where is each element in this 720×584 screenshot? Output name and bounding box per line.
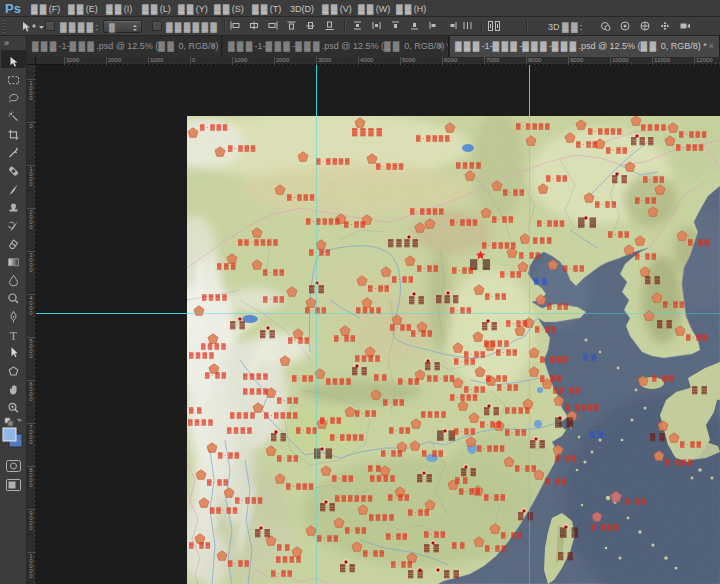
svg-text:▓-▓▓: ▓-▓▓ [576,140,598,148]
svg-text:▓▓▓▓: ▓▓▓▓ [369,513,394,521]
svg-text:▓-▓▓: ▓-▓▓ [296,426,318,434]
svg-text:▓-▓▓: ▓-▓▓ [363,549,385,557]
svg-text:▓-▓▓: ▓-▓▓ [218,451,240,459]
svg-text:»: » [4,38,9,48]
svg-text:▓▓▓▓: ▓▓▓▓ [202,293,227,301]
svg-text:▓-▓▓: ▓-▓▓ [388,493,410,501]
svg-text:▓-▓▓: ▓-▓▓ [500,270,522,278]
svg-text:▓▓▓▓: ▓▓▓▓ [189,351,214,359]
svg-text:▓-▓▓: ▓-▓▓ [625,497,647,505]
svg-text:▓-▓▓: ▓-▓▓ [608,230,630,238]
svg-text:▓-▓▓: ▓-▓▓ [545,477,567,485]
svg-text:▓-▓▓: ▓-▓▓ [652,374,674,382]
svg-text:▓-▓▓: ▓-▓▓ [606,146,628,154]
svg-text:▓-▓▓: ▓-▓▓ [207,478,229,486]
svg-text:▓-▓▓: ▓-▓▓ [680,440,702,448]
svg-text:▓-▓▓: ▓-▓▓ [635,252,657,260]
svg-text:▓-▓▓: ▓-▓▓ [292,374,314,382]
svg-text:▓-▓▓: ▓-▓▓ [386,532,408,540]
svg-text:▓-▓▓: ▓-▓▓ [271,569,293,577]
svg-text:▓-▓▓: ▓-▓▓ [555,454,577,462]
svg-text:▓-▓▓: ▓-▓▓ [368,284,390,292]
svg-text:▓-▓▓: ▓-▓▓ [355,409,377,417]
svg-text:▓-▓▓: ▓-▓▓ [332,474,354,482]
svg-text:▓-▓▓: ▓-▓▓ [515,464,537,472]
svg-text:▓-▓▓▓: ▓-▓▓▓ [228,144,256,152]
svg-text:▓-▓▓: ▓-▓▓ [635,196,657,204]
svg-text:▓-▓▓▓: ▓-▓▓▓ [450,218,478,226]
svg-text:▓▓▓▓: ▓▓▓▓ [641,123,666,131]
svg-text:▓-▓▓: ▓-▓▓ [344,220,366,228]
svg-text:▓▓-▓▓: ▓▓-▓▓ [553,386,581,394]
svg-text:▓▓▓▓: ▓▓▓▓ [505,406,530,414]
svg-text:▓-▓▓: ▓-▓▓ [535,325,557,333]
svg-text:▓-▓▓: ▓-▓▓ [309,248,331,256]
svg-text:▓-▓▓▓: ▓-▓▓▓ [679,130,707,138]
svg-text:▓-▓▓: ▓-▓▓ [422,449,444,457]
svg-text:▓▓▓▓: ▓▓▓▓ [484,339,509,347]
svg-text:▓▓▓▓▓▓: ▓▓▓▓▓▓ [335,494,373,502]
svg-text:▓-▓▓: ▓-▓▓ [383,398,405,406]
svg-text:▓-▓▓: ▓-▓▓ [424,530,446,538]
svg-text:▓-▓▓: ▓-▓▓ [263,268,285,276]
svg-text:▓-▓▓▓: ▓-▓▓▓ [477,444,505,452]
svg-text:▓-▓▓▓: ▓-▓▓▓ [286,482,314,490]
svg-text:▓-▓▓: ▓-▓▓ [288,336,310,344]
svg-text:▓-▓▓: ▓-▓▓ [505,428,527,436]
svg-text:▓▓▓▓: ▓▓▓▓ [227,426,252,434]
svg-text:▓-▓▓: ▓-▓▓ [320,416,342,424]
svg-text:▓-▓▓: ▓-▓▓ [277,396,299,404]
svg-text:▓-▓▓: ▓-▓▓ [503,188,525,196]
svg-text:▓▓-▓▓: ▓▓-▓▓ [210,506,238,514]
svg-text:▓-▓▓▓: ▓-▓▓▓ [376,162,404,170]
svg-text:▓▓▓: ▓▓▓ [217,262,236,270]
svg-text:▓▓▓▓: ▓▓▓▓ [243,387,268,395]
svg-text:▓▓▓: ▓▓▓ [533,236,552,244]
svg-text:▓-▓▓: ▓-▓▓ [501,531,523,539]
svg-text:▓▓▓▓: ▓▓▓▓ [421,410,446,418]
svg-text:▓-▓▓: ▓-▓▓ [485,544,507,552]
svg-text:▓-▓▓: ▓-▓▓ [454,357,476,365]
svg-text:▓-▓▓: ▓-▓▓ [688,238,710,246]
svg-text:▓-▓▓: ▓-▓▓ [381,449,403,457]
svg-text:▓-▓▓: ▓-▓▓ [391,560,413,568]
svg-text:▓-▓▓▓: ▓-▓▓▓ [540,355,568,363]
svg-text:▓-▓▓: ▓-▓▓ [492,215,514,223]
svg-text:▓-▓▓: ▓-▓▓ [484,493,506,501]
svg-text:▓-▓▓: ▓-▓▓ [417,264,439,272]
svg-text:▓-▓▓: ▓-▓▓ [334,334,356,342]
svg-text:▓-▓▓: ▓-▓▓ [563,264,585,272]
svg-text:▓-▓▓: ▓-▓▓ [485,292,507,300]
svg-text:▓-▓▓▓: ▓-▓▓▓ [235,496,263,504]
svg-text:▓-▓▓: ▓-▓▓ [392,275,414,283]
svg-text:▓-▓▓: ▓-▓▓ [464,385,486,393]
svg-text:▓-▓▓: ▓-▓▓ [411,329,433,337]
svg-text:▓▓▓▓: ▓▓▓▓ [326,377,351,385]
svg-text:▓-▓▓: ▓-▓▓ [480,420,502,428]
svg-text:▓-▓▓: ▓-▓▓ [496,348,518,356]
svg-text:▓▓▓▓: ▓▓▓▓ [243,372,268,380]
svg-text:▓-▓▓: ▓-▓▓ [205,371,227,379]
svg-text:▓-▓▓: ▓-▓▓ [540,374,562,382]
svg-text:▓-▓▓: ▓-▓▓ [663,300,685,308]
svg-text:▓-▓▓: ▓-▓▓ [459,487,481,495]
svg-text:▓-▓▓: ▓-▓▓ [506,319,528,327]
svg-text:▓-▓▓: ▓-▓▓ [497,383,519,391]
svg-text:▓-▓▓▓: ▓-▓▓▓ [665,458,693,466]
svg-text:▓-▓▓▓: ▓-▓▓▓ [676,143,704,151]
svg-text:▓▓▓: ▓▓▓ [436,294,459,304]
svg-text:▓▓▓: ▓▓▓ [631,136,654,146]
svg-text:▓▓▓▓: ▓▓▓▓ [188,418,213,426]
svg-text:▓▓▓▓: ▓▓▓▓ [276,555,301,563]
svg-text:▓-▓▓: ▓-▓▓ [643,175,665,183]
svg-text:▓-▓▓: ▓-▓▓ [263,295,285,303]
svg-text:▓-▓▓: ▓-▓▓ [389,426,411,434]
svg-text:▓-▓▓▓: ▓-▓▓▓ [287,193,315,201]
svg-text:▓▓▓▓: ▓▓▓▓ [201,342,226,350]
svg-text:▓-▓▓: ▓-▓▓ [345,526,367,534]
svg-text:▓-▓▓: ▓-▓▓ [189,541,211,549]
svg-text:▓▓▓▓: ▓▓▓▓ [230,411,255,419]
svg-text:▓▓▓▓: ▓▓▓▓ [355,354,380,362]
svg-text:▓-▓▓▓: ▓-▓▓▓ [591,523,619,531]
svg-text:▓▓▓▓: ▓▓▓▓ [370,474,395,482]
